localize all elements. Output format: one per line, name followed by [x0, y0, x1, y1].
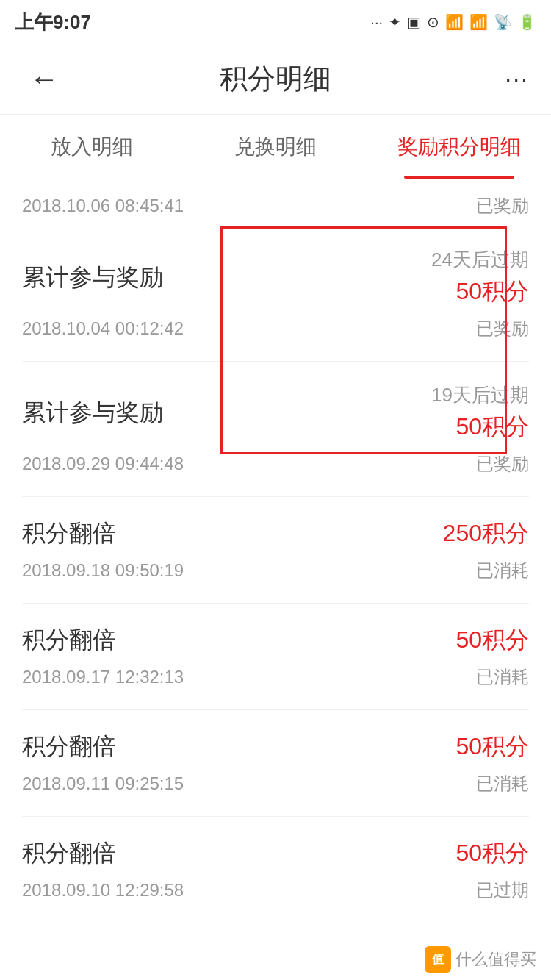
list-item: 积分翻倍 50积分 2018.09.10 12:29:58 已过期: [22, 817, 529, 923]
sim-icon: ▣: [407, 13, 421, 31]
item-status: 已奖励: [476, 194, 529, 218]
item-status: 已过期: [476, 879, 529, 902]
watermark-text: 什么值得买: [455, 948, 536, 970]
list-item: 2018.10.06 08:45:41 已奖励: [22, 179, 529, 226]
item-expiry: 24天后过期: [431, 247, 529, 273]
item-footer: 2018.09.29 09:44:48 已奖励: [22, 452, 529, 476]
item-header: 积分翻倍 50积分: [22, 837, 529, 870]
item-name: 积分翻倍: [22, 624, 116, 657]
item-date: 2018.09.17 12:32:13: [22, 667, 184, 687]
tab-put-in[interactable]: 放入明细: [0, 115, 184, 179]
bluetooth-icon: ···: [370, 14, 383, 31]
item-points: 50积分: [455, 624, 529, 657]
list-item: 积分翻倍 50积分 2018.09.11 09:25:15 已消耗: [22, 710, 529, 817]
item-status: 已消耗: [476, 665, 529, 689]
status-icons: ··· ✦ ▣ ⊙ 📶 📶 📡 🔋: [370, 13, 536, 31]
item-status: 已奖励: [476, 452, 529, 476]
signal-icon2: 📶: [469, 13, 488, 31]
content-area: 2018.10.06 08:45:41 已奖励 累计参与奖励 24天后过期 50…: [0, 179, 551, 923]
battery-icon: 🔋: [518, 13, 536, 31]
more-button[interactable]: ···: [505, 65, 529, 93]
item-status: 已奖励: [476, 317, 529, 340]
status-bar: 上午9:07 ··· ✦ ▣ ⊙ 📶 📶 📡 🔋: [0, 0, 551, 44]
item-footer: 2018.09.18 09:50:19 已消耗: [22, 559, 529, 582]
item-footer: 2018.10.04 00:12:42 已奖励: [22, 317, 529, 340]
watermark: 值 什么值得买: [425, 946, 536, 973]
status-time: 上午9:07: [15, 10, 91, 35]
item-footer: 2018.09.11 09:25:15 已消耗: [22, 772, 529, 795]
back-button[interactable]: ←: [22, 55, 66, 103]
item-date: 2018.09.11 09:25:15: [22, 773, 184, 794]
item-status: 已消耗: [476, 772, 529, 795]
item-header: 累计参与奖励 24天后过期 50积分: [22, 247, 529, 308]
item-name: 积分翻倍: [22, 731, 116, 763]
item-expiry: 19天后过期: [431, 382, 529, 408]
item-header: 累计参与奖励 19天后过期 50积分: [22, 382, 529, 443]
item-points: 50积分: [455, 837, 529, 870]
item-name: 积分翻倍: [22, 518, 116, 550]
tab-reward[interactable]: 奖励积分明细: [367, 115, 551, 179]
item-header: 积分翻倍 250积分: [22, 518, 529, 550]
item-header: 积分翻倍 50积分: [22, 731, 529, 763]
item-name: 累计参与奖励: [22, 397, 163, 429]
item-footer: 2018.09.17 12:32:13 已消耗: [22, 665, 529, 689]
item-points: 250积分: [443, 518, 529, 550]
clock-icon: ⊙: [427, 13, 439, 31]
item-date: 2018.09.29 09:44:48: [22, 454, 184, 474]
item-date: 2018.10.04 00:12:42: [22, 318, 184, 339]
watermark-icon: 值: [425, 946, 451, 973]
tab-bar: 放入明细 兑换明细 奖励积分明细: [0, 115, 551, 179]
item-points: 50积分: [455, 411, 529, 443]
item-date: 2018.10.06 08:45:41: [22, 196, 184, 216]
signal-icon1: 📶: [445, 13, 464, 31]
list-item: 积分翻倍 50积分 2018.09.17 12:32:13 已消耗: [22, 604, 529, 710]
list-item: 累计参与奖励 19天后过期 50积分 2018.09.29 09:44:48 已…: [22, 362, 529, 497]
item-status: 已消耗: [476, 559, 529, 582]
item-date: 2018.09.10 12:29:58: [22, 880, 184, 901]
item-date: 2018.09.18 09:50:19: [22, 560, 184, 581]
header: ← 积分明细 ···: [0, 44, 551, 115]
list-item: 累计参与奖励 24天后过期 50积分 2018.10.04 00:12:42 已…: [22, 226, 529, 362]
bluetooth-symbol: ✦: [389, 13, 401, 31]
item-points: 50积分: [455, 276, 529, 308]
item-name: 积分翻倍: [22, 837, 116, 870]
item-header: 积分翻倍 50积分: [22, 624, 529, 657]
item-points: 50积分: [455, 731, 529, 763]
items-with-highlight: 累计参与奖励 24天后过期 50积分 2018.10.04 00:12:42 已…: [22, 226, 529, 497]
item-footer: 2018.09.10 12:29:58 已过期: [22, 879, 529, 902]
list-item: 积分翻倍 250积分 2018.09.18 09:50:19 已消耗: [22, 497, 529, 604]
wifi-icon: 📡: [494, 13, 512, 31]
item-name: 累计参与奖励: [22, 262, 163, 294]
page-title: 积分明细: [220, 60, 331, 98]
tab-exchange[interactable]: 兑换明细: [184, 115, 367, 179]
